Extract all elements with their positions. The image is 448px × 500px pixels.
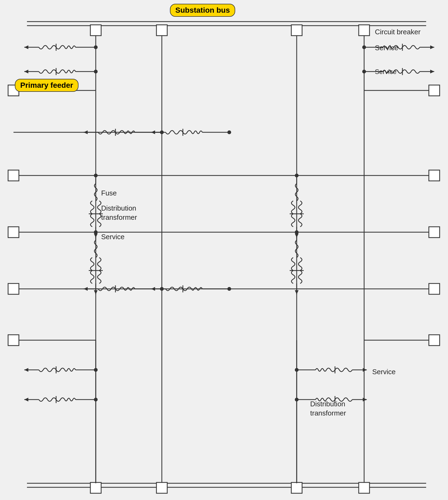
svg-marker-48 (430, 45, 434, 49)
distribution-transformer-label-2: Distribution transformer (310, 400, 346, 418)
svg-point-51 (362, 70, 366, 73)
svg-rect-13 (429, 85, 440, 96)
diagram-container: .line { stroke: #333; stroke-width: 3; f… (0, 0, 448, 500)
distribution-transformer-label-1: Distribution transformer (101, 204, 137, 222)
svg-point-71 (295, 174, 299, 177)
service-label-3: Service (101, 233, 125, 241)
svg-rect-20 (8, 227, 19, 238)
svg-marker-38 (24, 45, 28, 49)
fuse-label: Fuse (101, 189, 117, 197)
svg-rect-7 (156, 25, 167, 36)
svg-marker-53 (430, 70, 434, 73)
svg-point-91 (227, 287, 231, 291)
svg-rect-21 (429, 227, 440, 238)
svg-rect-31 (90, 482, 101, 493)
svg-point-36 (94, 45, 98, 49)
svg-rect-26 (8, 335, 19, 346)
svg-rect-18 (429, 170, 440, 181)
svg-marker-58 (84, 130, 88, 134)
svg-marker-93 (151, 287, 155, 291)
svg-rect-32 (156, 482, 167, 493)
svg-marker-113 (363, 398, 367, 401)
svg-marker-98 (24, 368, 28, 372)
svg-rect-17 (8, 170, 19, 181)
svg-rect-28 (429, 335, 440, 346)
service-label-4: Service (372, 368, 396, 376)
service-label-1: Service (375, 44, 398, 52)
svg-rect-9 (359, 25, 370, 36)
svg-marker-43 (24, 70, 28, 73)
svg-marker-79 (94, 290, 98, 294)
svg-marker-108 (363, 368, 367, 372)
svg-point-76 (94, 230, 98, 234)
svg-rect-8 (291, 25, 302, 36)
svg-rect-24 (429, 283, 440, 294)
svg-point-61 (227, 130, 231, 134)
svg-marker-63 (151, 130, 155, 134)
svg-rect-33 (291, 482, 302, 493)
svg-marker-103 (24, 398, 28, 401)
svg-point-41 (94, 70, 98, 73)
svg-marker-88 (84, 287, 88, 291)
svg-point-46 (362, 45, 366, 49)
svg-point-81 (295, 230, 299, 234)
circuit-breaker-label: Circuit breaker (375, 28, 420, 36)
primary-feeder-label: Primary feeder (15, 79, 78, 92)
svg-rect-23 (8, 283, 19, 294)
service-label-2: Service (375, 68, 396, 76)
svg-rect-34 (359, 482, 370, 493)
svg-marker-84 (295, 290, 299, 294)
substation-bus-label: Substation bus (170, 4, 235, 17)
svg-point-66 (94, 174, 98, 177)
svg-rect-6 (90, 25, 101, 36)
